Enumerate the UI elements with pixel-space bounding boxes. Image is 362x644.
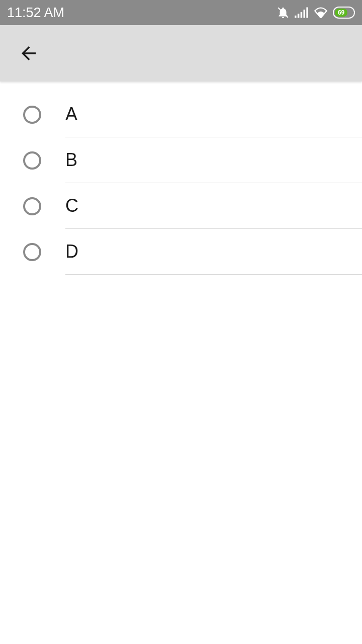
notifications-off-icon [277, 6, 290, 19]
radio-unchecked-icon [23, 106, 41, 124]
cellular-signal-icon [295, 7, 309, 18]
status-bar: 11:52 AM 69 [0, 0, 362, 25]
status-time: 11:52 AM [7, 5, 64, 21]
option-label-wrap: D [65, 229, 362, 275]
radio-unchecked-icon [23, 151, 41, 170]
svg-rect-2 [298, 14, 300, 18]
status-icons: 69 [277, 6, 355, 19]
option-label: A [65, 104, 77, 125]
option-label: D [65, 241, 78, 262]
app-bar [0, 25, 362, 82]
option-c[interactable]: C [0, 183, 362, 229]
radio-unchecked-icon [23, 197, 41, 215]
svg-rect-5 [306, 8, 308, 18]
option-d[interactable]: D [0, 229, 362, 275]
battery-level: 69 [335, 9, 347, 17]
option-label-wrap: A [65, 92, 362, 137]
options-list: A B C D [0, 82, 362, 275]
option-b[interactable]: B [0, 137, 362, 183]
radio-unchecked-icon [23, 243, 41, 261]
svg-rect-3 [301, 12, 303, 18]
svg-rect-1 [295, 16, 297, 18]
option-label: C [65, 195, 78, 216]
option-label-wrap: B [65, 137, 362, 183]
svg-rect-4 [304, 10, 306, 18]
arrow-back-icon [18, 43, 39, 64]
battery-icon: 69 [333, 7, 355, 19]
option-a[interactable]: A [0, 92, 362, 137]
option-label: B [65, 149, 77, 171]
back-button[interactable] [18, 43, 39, 64]
option-label-wrap: C [65, 183, 362, 229]
wifi-icon [314, 7, 328, 18]
